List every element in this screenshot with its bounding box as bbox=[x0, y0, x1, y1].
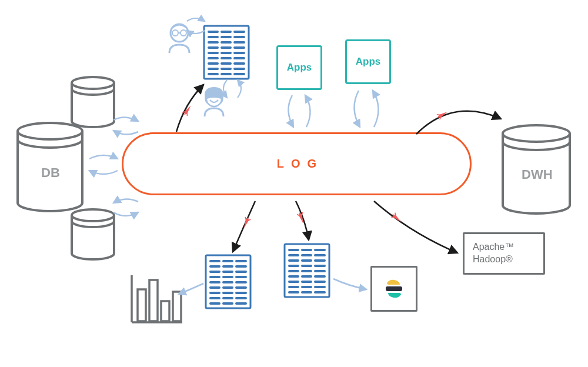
apps-box-2: Apps bbox=[345, 39, 391, 84]
svg-point-3 bbox=[503, 125, 570, 142]
svg-rect-4 bbox=[386, 286, 402, 291]
grid-to-chart-arrow bbox=[176, 281, 206, 298]
db-cylinder-small-top bbox=[69, 76, 116, 130]
hadoop-line2: Hadoop® bbox=[473, 253, 543, 266]
log-to-grid-bc-arrow bbox=[290, 198, 316, 245]
log-to-hadoop-arrow bbox=[369, 198, 463, 259]
log-to-datagrid-top-arrow bbox=[171, 80, 212, 135]
log-label: LOG bbox=[270, 157, 323, 171]
db-label: DB bbox=[41, 165, 60, 180]
elastic-icon bbox=[382, 277, 406, 301]
grid-to-elastic-arrow bbox=[331, 276, 370, 293]
svg-point-1 bbox=[72, 77, 114, 89]
data-grid-bottom-left-icon bbox=[205, 254, 252, 309]
db-log-cycle-arrows bbox=[86, 152, 122, 178]
hadoop-line1: Apache™ bbox=[473, 241, 543, 253]
dwh-label: DWH bbox=[522, 167, 553, 182]
apps1-log-cycle bbox=[286, 93, 312, 132]
dwh-cylinder: DWH bbox=[500, 124, 572, 217]
svg-point-2 bbox=[72, 209, 114, 221]
person1-grid-cycle bbox=[185, 16, 208, 35]
svg-point-96 bbox=[172, 30, 178, 36]
db-cylinder-small-bottom bbox=[69, 208, 116, 262]
apps-label-2: Apps bbox=[356, 56, 381, 68]
elastic-box bbox=[370, 266, 417, 312]
db-bottom-log-cycle-arrows bbox=[110, 196, 142, 219]
svg-rect-91 bbox=[138, 289, 146, 321]
log-to-dwh-arrow bbox=[412, 95, 506, 142]
apps2-log-cycle bbox=[353, 88, 380, 132]
apps-label-1: Apps bbox=[287, 62, 312, 74]
apps-box-1: Apps bbox=[276, 45, 322, 90]
svg-rect-92 bbox=[149, 280, 158, 321]
data-grid-bottom-center-icon bbox=[283, 243, 330, 298]
db-top-log-cycle-arrows bbox=[110, 114, 142, 138]
data-grid-top-icon bbox=[203, 25, 250, 80]
grid-person2-cycle bbox=[222, 78, 242, 101]
db-cylinder-large: DB bbox=[15, 122, 85, 215]
svg-rect-93 bbox=[161, 301, 169, 321]
bar-chart-icon bbox=[128, 274, 183, 325]
hadoop-box: Apache™ Hadoop® bbox=[463, 232, 545, 275]
log-to-grid-bl-arrow bbox=[227, 198, 262, 256]
